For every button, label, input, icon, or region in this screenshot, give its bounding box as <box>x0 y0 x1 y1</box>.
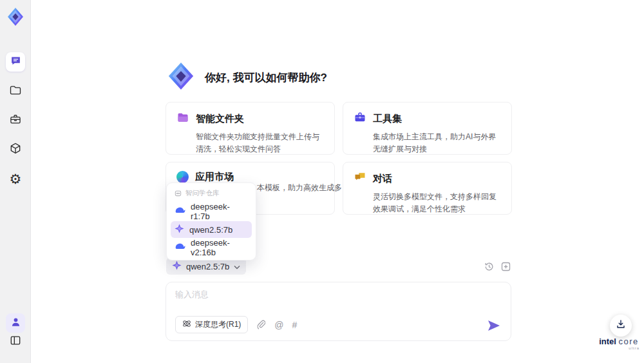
qwen-icon <box>172 260 182 272</box>
sidebar-item-toolbox[interactable] <box>6 111 25 130</box>
card-title: 智能文件夹 <box>196 113 244 125</box>
sidebar-item-models[interactable] <box>6 140 25 159</box>
app-market-icon <box>176 171 189 183</box>
sidebar-item-settings[interactable]: ⚙ <box>6 169 25 188</box>
sidebar-item-collapse[interactable] <box>6 332 25 351</box>
intel-core-logo: intel core ultra <box>598 337 639 350</box>
gear-icon: ⚙ <box>10 172 22 186</box>
model-repo-label: 智问学仓库 <box>185 189 220 198</box>
app-logo-icon[interactable] <box>5 6 26 27</box>
card-title: 对话 <box>373 173 392 185</box>
model-option-deepseek-v2[interactable]: deepseek-v2:16b <box>171 239 252 256</box>
download-button[interactable] <box>610 315 632 337</box>
session-actions <box>484 261 511 272</box>
greeting-logo-icon <box>166 61 196 93</box>
core-wordmark: core <box>619 337 639 346</box>
deepseek-whale-icon <box>175 206 185 217</box>
model-dropdown: 智问学仓库 deepseek-r1:7b qwen2.5:7b <box>166 182 256 260</box>
app-window: ⚙ <box>0 0 644 363</box>
model-option-qwen[interactable]: qwen2.5:7b <box>171 221 252 238</box>
atom-icon <box>182 319 191 330</box>
composer-toolbar: 深度思考(R1) @ # <box>175 316 297 333</box>
toolset-briefcase-icon <box>354 111 366 126</box>
deep-think-toggle[interactable]: 深度思考(R1) <box>175 316 248 333</box>
cube-icon <box>9 142 22 157</box>
model-option-label: deepseek-v2:16b <box>191 238 248 257</box>
send-icon[interactable] <box>488 320 500 331</box>
model-selector-label: qwen2.5:7b <box>186 262 229 271</box>
model-option-deepseek-r1[interactable]: deepseek-r1:7b <box>171 203 252 220</box>
sidebar-item-folders[interactable] <box>6 82 25 101</box>
model-option-label: deepseek-r1:7b <box>191 202 248 221</box>
sidebar-item-account[interactable] <box>6 313 25 333</box>
card-description: 智能文件夹功能支持批量文件上传与清洗，轻松实现文件问答 <box>196 131 325 155</box>
model-repo-icon <box>175 190 182 198</box>
sidebar-item-chat[interactable] <box>6 52 25 72</box>
chevron-down-icon <box>234 262 240 271</box>
deepseek-whale-icon <box>175 242 185 253</box>
new-chat-icon[interactable] <box>500 261 511 272</box>
chat-icon <box>10 55 22 70</box>
message-composer: 深度思考(R1) @ # <box>166 282 511 341</box>
intel-wordmark: intel <box>599 337 616 346</box>
card-description: 集成市场上主流工具，助力AI与外界无缝扩展与对接 <box>373 131 502 155</box>
mention-icon[interactable]: @ <box>274 320 283 329</box>
model-option-label: qwen2.5:7b <box>189 225 232 235</box>
folder-filled-icon <box>176 111 189 126</box>
card-description-partial: 本模板，助力高效生成多 <box>257 182 342 193</box>
message-input[interactable] <box>175 289 497 315</box>
user-icon <box>10 316 22 331</box>
card-description: 灵活切换多模型文件，支持多样回复效果调试，满足个性化需求 <box>373 191 502 215</box>
sidebar: ⚙ <box>0 0 31 363</box>
greeting-title: 你好, 我可以如何帮助你? <box>205 70 327 85</box>
card-toolset[interactable]: 工具集 集成市场上主流工具，助力AI与外界无缝扩展与对接 <box>343 102 512 155</box>
briefcase-icon <box>9 113 22 128</box>
chat-bubbles-icon <box>354 171 366 186</box>
panel-icon <box>9 334 22 349</box>
folder-icon <box>9 84 22 99</box>
download-icon <box>616 319 626 332</box>
card-title: 工具集 <box>373 113 402 125</box>
hash-icon[interactable]: # <box>292 320 298 329</box>
card-smart-folder[interactable]: 智能文件夹 智能文件夹功能支持批量文件上传与清洗，轻松实现文件问答 <box>166 102 335 155</box>
intel-sub-text: ultra <box>598 346 639 350</box>
model-repo-header: 智问学仓库 <box>171 187 252 202</box>
qwen-icon <box>175 224 184 235</box>
greeting-row: 你好, 我可以如何帮助你? <box>166 61 327 93</box>
card-chat[interactable]: 对话 灵活切换多模型文件，支持多样回复效果调试，满足个性化需求 <box>343 162 512 215</box>
attachment-icon[interactable] <box>256 320 266 329</box>
card-title: 应用市场 <box>195 171 234 183</box>
deep-think-label: 深度思考(R1) <box>195 319 241 330</box>
history-icon[interactable] <box>484 261 495 272</box>
